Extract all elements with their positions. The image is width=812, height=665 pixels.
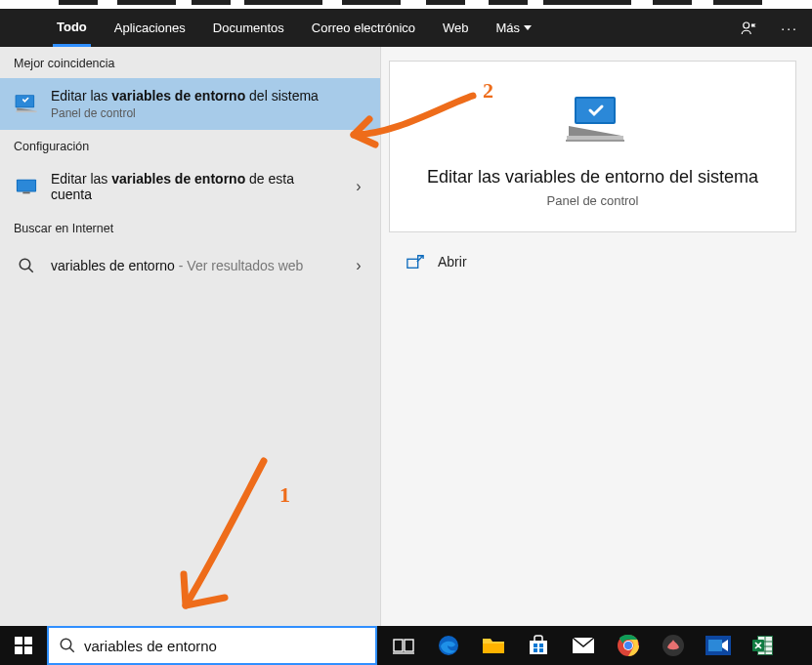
tab-web[interactable]: Web	[439, 9, 473, 47]
app-icon-1[interactable]	[651, 626, 696, 665]
svg-line-8	[28, 268, 33, 272]
svg-rect-26	[534, 644, 537, 647]
svg-point-7	[20, 259, 30, 270]
tab-documentos[interactable]: Documentos	[209, 9, 288, 47]
svg-rect-17	[24, 646, 32, 654]
tab-label: Todo	[57, 20, 87, 34]
svg-rect-20	[394, 640, 403, 651]
file-explorer-icon[interactable]	[471, 626, 516, 665]
svg-rect-5	[18, 181, 35, 191]
monitor-small-icon	[14, 174, 39, 199]
tab-label: Web	[443, 21, 469, 35]
svg-line-19	[69, 647, 74, 652]
result-title: Editar las variables de entorno del sist…	[51, 88, 368, 104]
svg-rect-28	[534, 648, 537, 652]
preview-column: Editar las variables de entorno del sist…	[381, 47, 812, 626]
result-subtitle: Panel de control	[51, 106, 368, 120]
svg-point-33	[624, 642, 632, 649]
search-icon	[59, 637, 76, 654]
monitor-icon	[14, 92, 39, 117]
section-best-match: Mejor coincidencia	[0, 47, 380, 78]
svg-rect-11	[567, 136, 623, 140]
task-view-icon[interactable]	[381, 626, 426, 665]
section-internet: Buscar en Internet	[0, 212, 380, 243]
mail-icon[interactable]	[561, 626, 606, 665]
header-actions: ···	[740, 9, 798, 47]
search-icon	[14, 253, 39, 278]
svg-point-18	[61, 639, 71, 649]
chrome-icon[interactable]	[606, 626, 651, 665]
camera-app-icon[interactable]	[696, 626, 741, 665]
svg-rect-27	[539, 644, 543, 647]
window-top-edge	[0, 0, 812, 9]
svg-rect-13	[407, 259, 418, 268]
chevron-right-icon: ›	[349, 257, 368, 274]
tab-label: Correo electrónico	[312, 21, 415, 35]
tab-correo[interactable]: Correo electrónico	[308, 9, 419, 47]
svg-rect-29	[539, 648, 543, 652]
taskbar-icons	[381, 626, 786, 665]
taskbar-search-box[interactable]	[47, 626, 377, 665]
tab-aplicaciones[interactable]: Aplicaciones	[110, 9, 190, 47]
section-configuracion: Configuración	[0, 130, 380, 161]
result-user-env-vars[interactable]: Editar las variables de entorno de esta …	[0, 161, 380, 212]
result-web-search[interactable]: variables de entorno - Ver resultados we…	[0, 243, 380, 288]
svg-point-0	[744, 22, 749, 28]
svg-rect-16	[15, 646, 22, 654]
start-button[interactable]	[0, 626, 47, 665]
svg-rect-15	[24, 637, 32, 644]
search-header: Todo Aplicaciones Documentos Correo elec…	[0, 9, 812, 47]
excel-icon[interactable]	[741, 626, 786, 665]
svg-rect-6	[22, 192, 29, 194]
taskbar	[0, 626, 812, 665]
svg-rect-36	[708, 640, 722, 651]
search-input[interactable]	[84, 638, 365, 654]
open-label: Abrir	[438, 254, 467, 270]
svg-rect-21	[405, 640, 413, 651]
more-options-icon[interactable]: ···	[781, 21, 798, 36]
preview-title: Editar las variables de entorno del sist…	[407, 167, 778, 187]
result-system-env-vars[interactable]: Editar las variables de entorno del sist…	[0, 78, 380, 130]
svg-rect-10	[577, 99, 614, 122]
svg-rect-14	[15, 637, 22, 644]
edge-icon[interactable]	[426, 626, 471, 665]
preview-subtitle: Panel de control	[407, 193, 778, 208]
preview-card: Editar las variables de entorno del sist…	[389, 61, 796, 232]
svg-rect-24	[483, 644, 504, 653]
tab-label: Documentos	[213, 21, 284, 35]
feedback-icon[interactable]	[740, 20, 757, 37]
result-title: variables de entorno - Ver resultados we…	[51, 258, 337, 273]
search-body: Mejor coincidencia Editar las variables …	[0, 47, 812, 626]
tab-label: Más	[496, 21, 521, 35]
svg-rect-3	[16, 110, 36, 112]
chevron-down-icon	[524, 25, 532, 30]
monitor-large-icon	[559, 91, 627, 149]
svg-rect-25	[530, 641, 547, 654]
chevron-right-icon: ›	[349, 178, 368, 195]
results-column: Mejor coincidencia Editar las variables …	[0, 47, 381, 626]
result-title: Editar las variables de entorno de esta …	[51, 171, 337, 202]
tab-todo[interactable]: Todo	[53, 9, 91, 47]
tab-label: Aplicaciones	[114, 21, 186, 35]
store-icon[interactable]	[516, 626, 561, 665]
open-icon	[406, 254, 424, 270]
open-action[interactable]: Abrir	[406, 254, 796, 270]
tab-mas[interactable]: Más	[492, 9, 536, 47]
svg-rect-12	[566, 140, 624, 142]
